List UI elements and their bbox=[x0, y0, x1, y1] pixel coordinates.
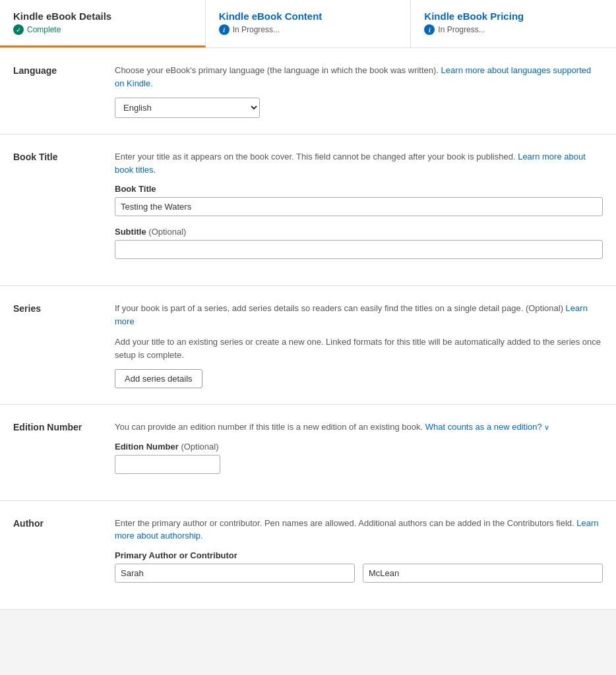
subtitle-input-group: Subtitle (Optional) bbox=[115, 227, 603, 259]
book-title-section: Book Title Enter your title as it appear… bbox=[0, 134, 616, 286]
book-title-label: Book Title bbox=[13, 150, 99, 270]
language-content: Choose your eBook's primary language (th… bbox=[115, 64, 603, 118]
series-description: If your book is part of a series, add se… bbox=[115, 302, 603, 328]
series-section: Series If your book is part of a series,… bbox=[0, 286, 616, 405]
check-icon: ✓ bbox=[13, 24, 24, 35]
author-field-label: Primary Author or Contributor bbox=[115, 550, 603, 560]
book-title-field-label: Book Title bbox=[115, 184, 603, 194]
edition-number-field-label: Edition Number (Optional) bbox=[115, 442, 603, 452]
book-title-input-group: Book Title bbox=[115, 184, 603, 216]
edition-number-description: You can provide an edition number if thi… bbox=[115, 421, 603, 434]
tab-pricing[interactable]: Kindle eBook Pricing i In Progress... bbox=[411, 0, 616, 47]
author-label: Author bbox=[13, 517, 99, 593]
edition-number-input[interactable] bbox=[115, 455, 220, 474]
tabs-container: Kindle eBook Details ✓ Complete Kindle e… bbox=[0, 0, 616, 48]
author-content: Enter the primary author or contributor.… bbox=[115, 517, 603, 593]
tab-details-title: Kindle eBook Details bbox=[13, 11, 192, 22]
series-label: Series bbox=[13, 302, 99, 388]
book-title-description: Enter your title as it appears on the bo… bbox=[115, 150, 603, 176]
edition-number-label: Edition Number bbox=[13, 421, 99, 484]
author-first-name-input[interactable] bbox=[115, 564, 355, 583]
subtitle-input[interactable] bbox=[115, 240, 603, 259]
language-section: Language Choose your eBook's primary lan… bbox=[0, 48, 616, 134]
author-section: Author Enter the primary author or contr… bbox=[0, 501, 616, 610]
author-input-group: Primary Author or Contributor bbox=[115, 550, 603, 583]
edition-number-content: You can provide an edition number if thi… bbox=[115, 421, 603, 484]
subtitle-field-label: Subtitle (Optional) bbox=[115, 227, 603, 237]
info-icon-content: i bbox=[219, 24, 230, 35]
edition-number-input-group: Edition Number (Optional) bbox=[115, 442, 603, 474]
language-description: Choose your eBook's primary language (th… bbox=[115, 64, 603, 90]
edition-what-counts-link[interactable]: What counts as a new edition? bbox=[425, 422, 549, 432]
tab-content-title: Kindle eBook Content bbox=[219, 11, 398, 22]
add-series-button[interactable]: Add series details bbox=[115, 369, 202, 388]
main-content: Language Choose your eBook's primary lan… bbox=[0, 48, 616, 610]
tab-content-status: i In Progress... bbox=[219, 24, 398, 35]
book-title-content: Enter your title as it appears on the bo… bbox=[115, 150, 603, 270]
tab-pricing-title: Kindle eBook Pricing bbox=[424, 11, 603, 22]
author-last-name-input[interactable] bbox=[363, 564, 603, 583]
book-title-input[interactable] bbox=[115, 197, 603, 216]
language-select[interactable]: English Spanish French German Italian Po… bbox=[115, 98, 260, 118]
tab-pricing-status: i In Progress... bbox=[424, 24, 603, 35]
tab-details[interactable]: Kindle eBook Details ✓ Complete bbox=[0, 0, 206, 47]
author-description: Enter the primary author or contributor.… bbox=[115, 517, 603, 543]
series-description2: Add your title to an existing series or … bbox=[115, 336, 603, 361]
info-icon-pricing: i bbox=[424, 24, 435, 35]
author-fields-row bbox=[115, 564, 603, 583]
language-label: Language bbox=[13, 64, 99, 118]
edition-number-section: Edition Number You can provide an editio… bbox=[0, 405, 616, 501]
series-content: If your book is part of a series, add se… bbox=[115, 302, 603, 388]
tab-content[interactable]: Kindle eBook Content i In Progress... bbox=[206, 0, 412, 47]
tab-details-status: ✓ Complete bbox=[13, 24, 192, 35]
